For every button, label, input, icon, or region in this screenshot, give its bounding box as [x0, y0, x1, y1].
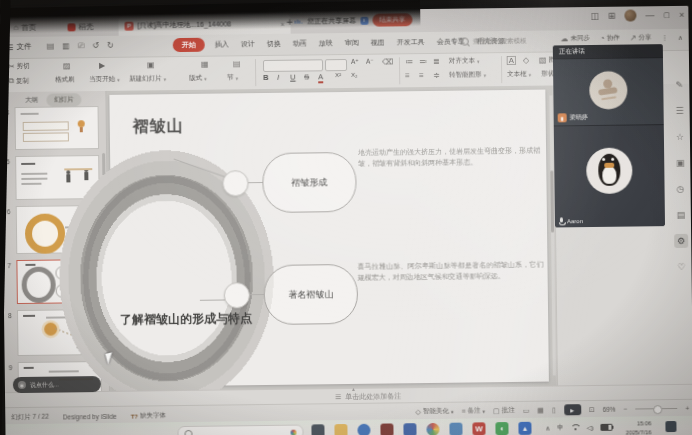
- line-spacing-icon[interactable]: ≑: [433, 71, 440, 80]
- pause-share-icon[interactable]: ‖: [360, 16, 368, 24]
- slideshow-play-button[interactable]: ▶: [564, 404, 581, 415]
- redo-icon[interactable]: ↻: [107, 41, 114, 51]
- docer-tab[interactable]: 稻壳: [60, 17, 100, 36]
- bold-button[interactable]: B: [263, 73, 269, 82]
- comment-button[interactable]: ▢ 批注: [493, 406, 515, 415]
- notes-toggle-button[interactable]: ≡ 备注▾: [461, 406, 485, 415]
- tab-transition[interactable]: 切换: [265, 37, 283, 51]
- textbox-dropdown[interactable]: 文本框▾: [507, 70, 531, 79]
- zoom-slider-knob[interactable]: [653, 405, 662, 414]
- layout-button[interactable]: 版式▾: [189, 74, 207, 83]
- paragraph-fold-formation[interactable]: 地壳运动产生的强大挤压力，使岩层发生弯曲变形，形成褶皱，褶皱有背斜和向斜两种基本…: [358, 146, 540, 170]
- underline-button[interactable]: U: [290, 73, 296, 82]
- export-icon[interactable]: ▥: [62, 41, 70, 51]
- indent-icon[interactable]: ≣: [433, 57, 440, 66]
- format-painter-icon-button[interactable]: ▨: [63, 61, 71, 70]
- feedback-heart-icon[interactable]: ♡: [674, 260, 688, 274]
- slide-title[interactable]: 褶皱山: [133, 116, 184, 138]
- maximize-button[interactable]: ▢: [663, 11, 670, 19]
- end-share-button[interactable]: 结束共享: [372, 13, 412, 26]
- strikethrough-button[interactable]: S: [304, 72, 309, 81]
- document-tab[interactable]: P [只读]高中地理地...16_144008 ×: [118, 14, 290, 36]
- taskbar-app-steelblue[interactable]: [449, 423, 462, 435]
- tray-expand-icon[interactable]: ∧: [545, 424, 550, 432]
- textbox-style-icon[interactable]: 🄰: [507, 56, 516, 66]
- missing-font-warning[interactable]: T? 缺失字体: [131, 411, 166, 420]
- align-center-icon[interactable]: ≡: [419, 71, 424, 80]
- tab-slideshow[interactable]: 放映: [317, 36, 335, 50]
- clear-format-icon[interactable]: ⌫: [382, 57, 393, 66]
- format-painter-button[interactable]: 格式刷: [55, 75, 75, 84]
- bullet-list-icon[interactable]: ≔: [405, 57, 413, 66]
- number-list-icon[interactable]: ≕: [419, 57, 427, 66]
- play-from-current-icon-button[interactable]: ▶: [99, 61, 105, 70]
- align-left-icon[interactable]: ≡: [405, 71, 410, 80]
- print-icon[interactable]: ⎚: [78, 41, 85, 51]
- new-slide-button[interactable]: 新建幻灯片▾: [129, 74, 166, 83]
- shape-gallery-icon[interactable]: ◇: [523, 56, 529, 65]
- save-icon[interactable]: ▤: [47, 42, 55, 52]
- command-search[interactable]: 查找命令 搜索模板: [461, 34, 553, 47]
- zoom-level[interactable]: 69%: [603, 406, 616, 413]
- italic-button[interactable]: I: [277, 73, 279, 82]
- layout-icon-button[interactable]: ▦: [201, 60, 209, 69]
- play-from-current-button[interactable]: 当页开始▾: [89, 75, 120, 84]
- more-menu-icon[interactable]: ⋮: [661, 34, 668, 42]
- participant-tile-2[interactable]: Aaron: [554, 124, 665, 227]
- reading-view-icon[interactable]: ▯: [552, 406, 556, 414]
- resource-icon[interactable]: ▤: [674, 208, 688, 222]
- participant-tile-1[interactable]: ▮ 梁晴婷: [553, 57, 664, 125]
- meeting-chat-toast[interactable]: ◉ 说点什么...: [13, 376, 101, 393]
- workspace-grid-icon[interactable]: ⊞: [608, 11, 616, 21]
- collapse-ribbon-icon[interactable]: ∧: [678, 33, 683, 41]
- paragraph-famous-mountains[interactable]: 喜马拉雅山脉、阿尔卑斯山脉等都是著名的褶皱山系，它们规模宏大，对周边地区气候和交…: [357, 260, 543, 284]
- copy-button[interactable]: ⧉复制: [8, 76, 29, 86]
- sync-status[interactable]: ☁未同步: [560, 34, 590, 43]
- tab-devtools[interactable]: 开发工具: [395, 35, 427, 49]
- properties-icon[interactable]: ☰: [673, 104, 687, 118]
- taskbar-app-edge[interactable]: [357, 424, 370, 435]
- node-circle-top[interactable]: [222, 170, 248, 196]
- smart-graphic-dropdown[interactable]: 转智能图形▾: [449, 70, 486, 79]
- node-circle-bottom[interactable]: [224, 282, 250, 308]
- zoom-out-button[interactable]: −: [624, 406, 628, 413]
- outline-tab[interactable]: 大纲: [25, 96, 38, 105]
- align-text-dropdown[interactable]: 对齐文本▾: [449, 56, 480, 65]
- close-doc-icon[interactable]: ×: [280, 20, 284, 27]
- image-library-icon[interactable]: ▣: [673, 156, 687, 170]
- collaborate-button[interactable]: ◔协作: [600, 34, 620, 43]
- slides-tab[interactable]: 幻灯片: [46, 93, 82, 106]
- decrease-font-button[interactable]: A⁻: [366, 58, 374, 66]
- zoom-in-button[interactable]: +: [685, 405, 689, 412]
- side-by-side-icon[interactable]: ◫: [590, 11, 599, 21]
- close-window-button[interactable]: ×: [679, 10, 684, 20]
- slide-sorter-view-icon[interactable]: ▦: [537, 406, 544, 414]
- notification-center-icon[interactable]: [665, 421, 676, 432]
- account-avatar[interactable]: [624, 9, 636, 21]
- increase-font-button[interactable]: A⁺: [351, 58, 359, 66]
- slide-lead-text[interactable]: 了解褶皱山的形成与特点: [120, 311, 292, 329]
- video-conference-panel[interactable]: 正在讲话 ▮ 梁晴婷 Aaron: [553, 44, 665, 227]
- star-favorites-icon[interactable]: ☆: [673, 130, 687, 144]
- zoom-slider[interactable]: [635, 408, 677, 410]
- taskbar-app-wechat[interactable]: ◖: [495, 422, 508, 435]
- font-size-select[interactable]: [325, 59, 347, 71]
- taskbar-app-wps[interactable]: W: [472, 422, 485, 435]
- fit-to-window-icon[interactable]: ⊡: [589, 405, 595, 413]
- taskbar-app-file-explorer[interactable]: [311, 424, 324, 435]
- normal-view-icon[interactable]: ▭: [523, 406, 530, 414]
- notes-placeholder[interactable]: 单击此处添加备注: [345, 391, 401, 402]
- new-tab-button[interactable]: +: [286, 16, 293, 28]
- tab-review[interactable]: 审阅: [343, 36, 361, 50]
- sign-pen-icon[interactable]: ✎: [672, 78, 686, 92]
- taskbar-app-folder[interactable]: [334, 424, 347, 435]
- tab-design[interactable]: 设计: [239, 37, 257, 51]
- taskbar-app-blue[interactable]: [403, 423, 416, 435]
- tab-insert[interactable]: 插入: [213, 37, 231, 51]
- undo-icon[interactable]: ↺: [92, 41, 99, 51]
- slide-thumbnail-4[interactable]: 4: [15, 106, 100, 150]
- ime-indicator[interactable]: 中: [557, 423, 564, 432]
- file-menu[interactable]: ☰ 文件: [7, 42, 32, 52]
- share-button[interactable]: ↗分享: [630, 33, 652, 42]
- taskbar-app-chrome[interactable]: [426, 423, 439, 435]
